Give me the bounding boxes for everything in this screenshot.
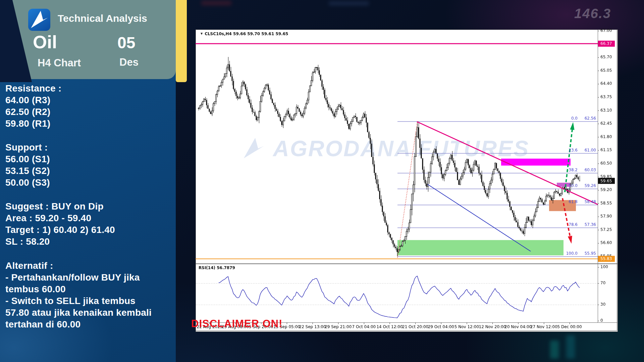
symbol-ohlc-line[interactable]: ▼CLSC10s,H4 59.66 59.70 59.61 59.65 — [201, 32, 288, 36]
rsi-indicator-label: RSI(14) 56.7879 — [199, 265, 235, 270]
price-chart-canvas[interactable] — [0, 0, 644, 362]
chevron-down-icon[interactable]: ▼ — [201, 32, 203, 35]
page: 146.3 Technical Analysis Oil H4 Chart 05… — [0, 0, 644, 362]
disclaimer-text: DISCLAIMER ON! — [191, 318, 282, 330]
